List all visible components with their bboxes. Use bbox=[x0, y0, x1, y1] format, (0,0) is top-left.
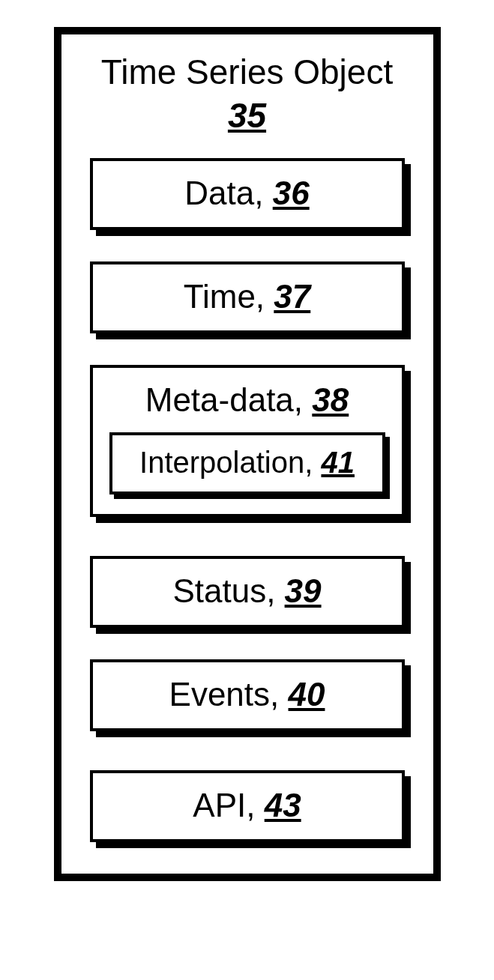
events-label: Events, bbox=[169, 676, 289, 713]
interp-ref-number: 41 bbox=[321, 446, 355, 479]
meta-label: Meta-data, bbox=[145, 381, 313, 418]
status-label: Status, bbox=[172, 572, 284, 609]
meta-data-box: Meta-data, 38 Interpolation, 41 bbox=[90, 365, 405, 517]
title-ref-number: 35 bbox=[228, 94, 266, 138]
block-title: Time Series Object 35 bbox=[101, 51, 393, 137]
time-series-object-block: Time Series Object 35 Data, 36 Time, 37 … bbox=[54, 27, 441, 881]
time-label: Time, bbox=[184, 278, 274, 315]
interpolation-box: Interpolation, 41 bbox=[109, 432, 385, 494]
meta-data-header: Meta-data, 38 bbox=[102, 381, 393, 419]
meta-ref-number: 38 bbox=[312, 381, 349, 418]
data-box: Data, 36 bbox=[90, 158, 405, 230]
status-box: Status, 39 bbox=[90, 556, 405, 628]
time-ref-number: 37 bbox=[274, 278, 310, 315]
data-label: Data, bbox=[184, 175, 272, 211]
title-text: Time Series Object bbox=[101, 52, 393, 91]
events-box: Events, 40 bbox=[90, 659, 405, 731]
api-label: API, bbox=[193, 787, 264, 823]
api-ref-number: 43 bbox=[265, 787, 301, 823]
interp-label: Interpolation, bbox=[139, 446, 321, 479]
events-ref-number: 40 bbox=[289, 676, 325, 713]
data-ref-number: 36 bbox=[273, 175, 310, 211]
status-ref-number: 39 bbox=[285, 572, 322, 609]
time-box: Time, 37 bbox=[90, 261, 405, 333]
api-box: API, 43 bbox=[90, 770, 405, 842]
